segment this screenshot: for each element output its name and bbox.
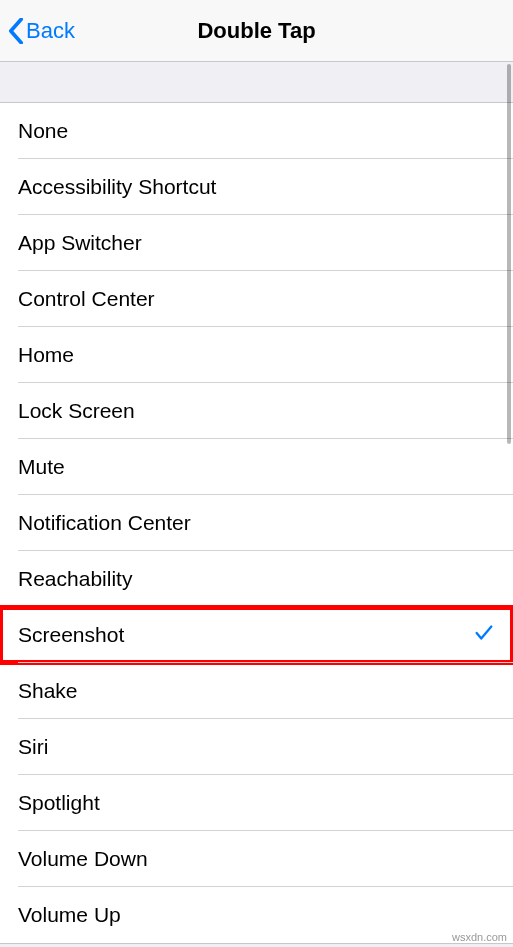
option-row[interactable]: Volume Down (0, 831, 513, 887)
page-title: Double Tap (197, 18, 315, 44)
option-label: App Switcher (18, 231, 142, 255)
option-row[interactable]: Volume Up (0, 887, 513, 943)
option-row[interactable]: App Switcher (0, 215, 513, 271)
option-label: Accessibility Shortcut (18, 175, 216, 199)
option-label: Control Center (18, 287, 155, 311)
option-row[interactable]: Mute (0, 439, 513, 495)
option-label: Notification Center (18, 511, 191, 535)
option-label: Shake (18, 679, 78, 703)
chevron-left-icon (8, 18, 24, 44)
option-label: Volume Down (18, 847, 148, 871)
option-row[interactable]: Reachability (0, 551, 513, 607)
option-row[interactable]: Siri (0, 719, 513, 775)
navigation-bar: Back Double Tap (0, 0, 513, 62)
option-label: Lock Screen (18, 399, 135, 423)
option-row[interactable]: Shake (0, 663, 513, 719)
option-label: None (18, 119, 68, 143)
option-row[interactable]: None (0, 103, 513, 159)
watermark: wsxdn.com (452, 931, 507, 943)
option-row[interactable]: Home (0, 327, 513, 383)
option-row[interactable]: Control Center (0, 271, 513, 327)
option-label: Siri (18, 735, 48, 759)
option-label: Home (18, 343, 74, 367)
scrollbar[interactable] (507, 64, 511, 444)
option-row[interactable]: Notification Center (0, 495, 513, 551)
option-label: Mute (18, 455, 65, 479)
option-row[interactable]: Accessibility Shortcut (0, 159, 513, 215)
option-label: Reachability (18, 567, 132, 591)
option-label: Screenshot (18, 623, 124, 647)
option-row[interactable]: Screenshot (0, 607, 513, 663)
checkmark-icon (473, 622, 495, 648)
option-label: Volume Up (18, 903, 121, 927)
option-label: Spotlight (18, 791, 100, 815)
back-label: Back (26, 18, 75, 44)
option-row[interactable]: Spotlight (0, 775, 513, 831)
section-spacer (0, 62, 513, 102)
option-row[interactable]: Lock Screen (0, 383, 513, 439)
options-list: NoneAccessibility ShortcutApp SwitcherCo… (0, 102, 513, 944)
back-button[interactable]: Back (8, 0, 75, 61)
